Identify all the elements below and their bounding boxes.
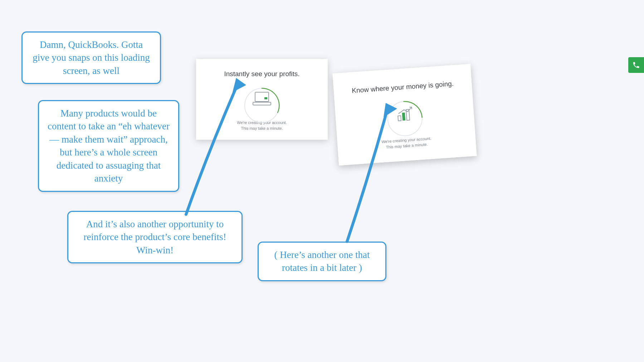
svg-rect-6 (402, 113, 406, 121)
contact-phone-tab[interactable] (628, 57, 644, 73)
loading-spinner (384, 98, 425, 131)
annotation-callout-3: And it’s also another opportunity to rei… (67, 211, 243, 263)
phone-icon (632, 61, 640, 69)
loading-spinner (242, 86, 282, 113)
annotation-text: Damn, QuickBooks. Gotta give you snaps o… (33, 39, 150, 76)
annotation-callout-4: ( Here’s another one that rotates in a b… (258, 242, 386, 281)
loading-card-1: Instantly see your profits. We're creati… (196, 59, 328, 140)
annotation-callout-2: Many products would be content to take a… (38, 100, 179, 192)
annotation-text: ( Here’s another one that rotates in a b… (274, 249, 370, 273)
chart-up-icon (395, 105, 414, 123)
loading-sub-line: This may take a minute. (237, 126, 287, 131)
svg-rect-3 (264, 97, 267, 99)
loading-card-content: Know where your money is going. We're cr… (336, 68, 473, 162)
canvas: Damn, QuickBooks. Gotta give you snaps o… (0, 0, 644, 362)
loading-card-2: Know where your money is going. We're cr… (332, 64, 477, 165)
loading-card-content: Instantly see your profits. We're creati… (196, 59, 328, 140)
annotation-text: Many products would be content to take a… (48, 108, 170, 184)
svg-rect-5 (398, 116, 401, 121)
annotation-text: And it’s also another opportunity to rei… (84, 219, 226, 256)
loading-card-heading: Instantly see your profits. (224, 70, 299, 79)
laptop-icon (252, 91, 272, 106)
annotation-callout-1: Damn, QuickBooks. Gotta give you snaps o… (21, 31, 161, 84)
svg-rect-1 (255, 92, 269, 101)
loading-card-heading: Know where your money is going. (352, 79, 454, 95)
svg-rect-2 (253, 102, 271, 105)
